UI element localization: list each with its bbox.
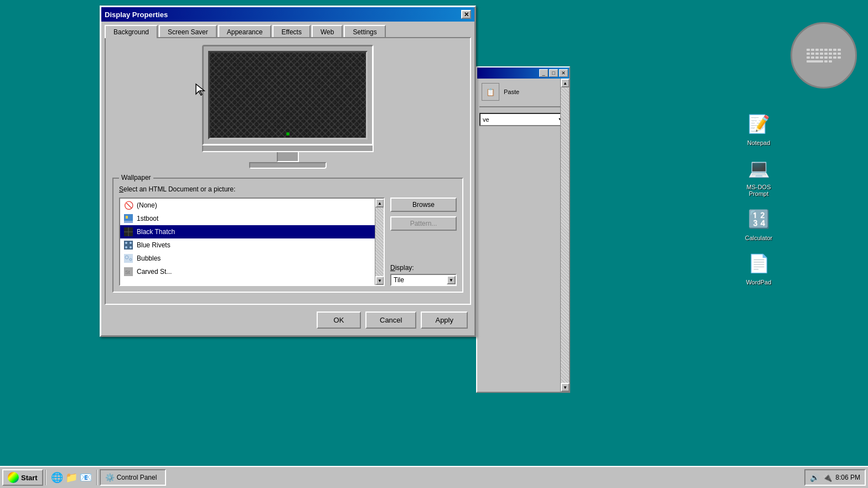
list-scroll-track — [375, 207, 384, 276]
ie-icon[interactable]: 🌐 — [51, 471, 63, 484]
outlook-icon[interactable]: 📧 — [80, 471, 92, 484]
bubbles-label: Bubbles — [137, 255, 161, 262]
svg-point-8 — [130, 242, 132, 244]
kb-key — [815, 53, 819, 55]
list-item-carved-st[interactable]: St Carved St... — [120, 265, 384, 278]
paste-icon: 📋 — [482, 83, 499, 101]
dialog-footer: OK Cancel Apply — [101, 308, 474, 335]
notepad-img: 📝 — [746, 111, 772, 137]
tab-settings[interactable]: Settings — [344, 25, 385, 38]
text-field[interactable]: ve — [479, 113, 567, 126]
list-scroll-up-btn[interactable]: ▲ — [375, 199, 384, 207]
blue-rivets-label: Blue Rivets — [137, 241, 170, 249]
kb-key — [829, 60, 832, 63]
list-scrollbar: ▲ ▼ — [375, 199, 384, 285]
none-icon: 🚫 — [123, 200, 133, 210]
list-item-1stboot[interactable]: 1stboot — [120, 212, 384, 225]
list-item-bubbles[interactable]: Bubbles — [120, 252, 384, 265]
msdos-icon[interactable]: 💻 MS-DOS Prompt — [738, 155, 779, 197]
control-panel-icon: ⚙️ — [105, 473, 115, 482]
none-label: (None) — [137, 201, 157, 209]
scrollbar-v: ▲ ▼ — [560, 79, 569, 392]
svg-rect-6 — [124, 241, 133, 250]
dialog-tabs: Background Screen Saver Appearance Effec… — [101, 22, 474, 37]
pattern-btn[interactable]: Pattern... — [390, 216, 457, 231]
display-u: D — [390, 264, 395, 272]
list-scroll-down-btn[interactable]: ▼ — [375, 276, 384, 285]
kb-key — [824, 53, 828, 55]
monitor-bezel — [202, 45, 374, 146]
svg-rect-0 — [124, 214, 133, 221]
svg-rect-1 — [124, 221, 133, 223]
browse-btn[interactable]: Browse — [390, 198, 457, 212]
kb-key — [829, 53, 832, 55]
dropdown-select[interactable]: ve — [480, 114, 566, 125]
wordpad-icon[interactable]: 📄 WordPad — [738, 250, 779, 285]
tab-appearance[interactable]: Appearance — [218, 25, 272, 38]
start-button[interactable]: Start — [2, 469, 43, 486]
scroll-up-btn[interactable]: ▲ — [561, 79, 570, 87]
monitor-outer — [202, 45, 374, 169]
kb-key — [820, 53, 823, 55]
kb-key — [824, 60, 828, 63]
monitor-screen-pattern — [210, 53, 366, 138]
list-item-none[interactable]: 🚫 (None) — [120, 199, 384, 212]
dialog-close-btn[interactable]: ✕ — [461, 10, 471, 19]
notepad-icon[interactable]: 📝 Notepad — [738, 111, 779, 146]
start-label: Start — [21, 474, 38, 482]
calculator-icon[interactable]: 🔢 Calculator — [738, 206, 779, 241]
ok-btn[interactable]: OK — [317, 312, 361, 329]
kb-key — [838, 53, 841, 55]
bg-window-content: 📋 Paste ve — [477, 79, 569, 131]
list-item-blue-rivets[interactable]: Blue Rivets — [120, 238, 384, 252]
wallpaper-controls: 🚫 (None) 1stboot — [119, 198, 457, 286]
kb-key — [824, 49, 828, 51]
monitor-screen — [208, 51, 368, 139]
scroll-down-btn[interactable]: ▼ — [561, 383, 570, 392]
tab-screensaver[interactable]: Screen Saver — [159, 25, 217, 38]
display-select[interactable]: Tile Center Stretch — [390, 274, 457, 286]
list-item-black-thatch[interactable]: Black Thatch — [120, 225, 384, 238]
apply-btn[interactable]: Apply — [421, 312, 468, 329]
wallpaper-desc-text: S — [119, 185, 123, 193]
kb-row-1 — [807, 49, 841, 51]
cancel-btn[interactable]: Cancel — [365, 312, 416, 329]
wallpaper-list-container: 🚫 (None) 1stboot — [119, 198, 385, 286]
kb-key — [833, 56, 836, 59]
kb-key — [820, 56, 823, 59]
kb-key — [815, 49, 819, 51]
taskbar: Start 🌐 📁 📧 ⚙️ Control Panel 🔊 🔌 8:06 PM — [0, 466, 868, 488]
dialog-title: Display Properties — [105, 11, 168, 19]
display-control: Display: Tile Center Stretch ▼ — [390, 264, 457, 286]
monitor-preview-container — [112, 45, 463, 169]
clock: 8:06 PM — [835, 474, 860, 481]
monitor-stand-base — [249, 162, 327, 169]
tab-web[interactable]: Web — [312, 25, 343, 38]
msdos-img: 💻 — [746, 155, 772, 181]
bg-window-maximize-btn[interactable]: □ — [549, 69, 558, 77]
sound-icon: 🔊 — [810, 473, 819, 482]
network-icon: 🔌 — [823, 473, 832, 482]
display-properties-dialog: Display Properties ✕ Background Screen S… — [100, 6, 476, 337]
taskbar-tray: 🔊 🔌 8:06 PM — [804, 469, 866, 486]
control-panel-label: Control Panel — [117, 474, 157, 481]
msdos-label: MS-DOS Prompt — [738, 184, 779, 197]
desktop-icons-area: 📝 Notepad 💻 MS-DOS Prompt 🔢 Calculator 📄… — [738, 111, 779, 285]
carved-label: Carved St... — [137, 268, 172, 276]
calculator-label: Calculator — [745, 235, 773, 241]
quick-launch: 🌐 📁 📧 — [49, 471, 94, 484]
wallpaper-side-controls: Browse Pattern... Display: Tile Center S… — [390, 198, 457, 286]
kb-key — [829, 56, 832, 59]
blue-rivets-icon — [123, 240, 133, 250]
wallpaper-list[interactable]: 🚫 (None) 1stboot — [119, 198, 385, 286]
bg-window-close-btn[interactable]: ✕ — [559, 69, 568, 77]
carved-icon: St — [123, 267, 133, 277]
svg-point-10 — [130, 246, 132, 248]
tab-background[interactable]: Background — [105, 25, 158, 38]
display-select-wrapper[interactable]: Tile Center Stretch ▼ — [390, 274, 457, 286]
tab-effects[interactable]: Effects — [272, 25, 310, 38]
taskbar-item-control-panel[interactable]: ⚙️ Control Panel — [100, 469, 166, 486]
bg-window-minimize-btn[interactable]: _ — [539, 69, 548, 77]
explorer-icon[interactable]: 📁 — [65, 471, 78, 484]
monitor-stand-top — [202, 146, 374, 152]
